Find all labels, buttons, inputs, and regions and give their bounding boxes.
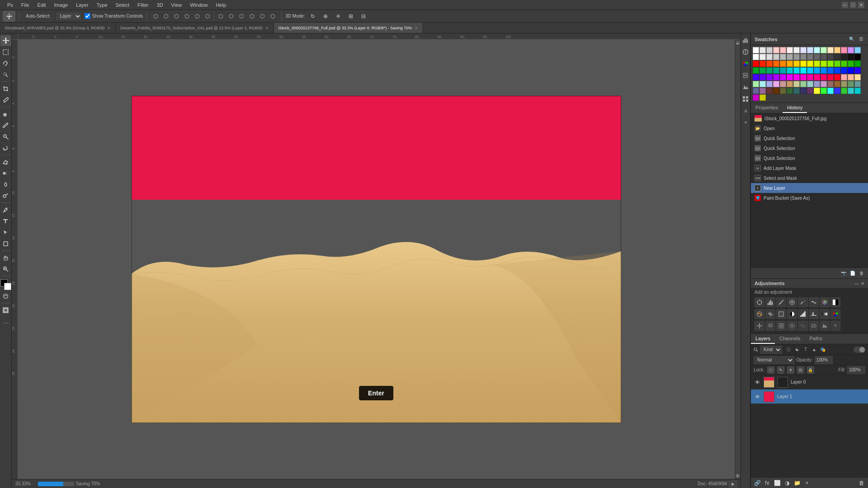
layers-kind-dropdown[interactable]: Kind: [760, 346, 782, 354]
menu-file[interactable]: File: [18, 1, 33, 9]
swatch[interactable]: [800, 54, 807, 60]
tab-close-istock[interactable]: ✕: [415, 26, 418, 30]
swatch[interactable]: [800, 81, 807, 87]
swatch[interactable]: [787, 67, 793, 74]
swatch[interactable]: [854, 88, 861, 94]
adj-close-icon[interactable]: ✕: [861, 281, 864, 286]
3d-roll[interactable]: ⊕: [321, 11, 330, 21]
filter-shape-icon[interactable]: ▲: [811, 346, 818, 353]
layer-mask-btn[interactable]: ⬜: [773, 479, 782, 487]
tool-path-select[interactable]: [0, 227, 11, 238]
history-item-open[interactable]: 📂 Open: [751, 123, 868, 133]
swatch[interactable]: [773, 88, 779, 94]
tool-quick-mask[interactable]: [0, 291, 11, 301]
background-color[interactable]: [4, 283, 11, 290]
fill-input[interactable]: 100%: [847, 366, 865, 374]
swatch[interactable]: [834, 61, 840, 67]
swatch[interactable]: [766, 81, 773, 87]
swatch[interactable]: [834, 88, 840, 94]
tool-dodge[interactable]: [0, 190, 11, 201]
adj-extra3[interactable]: [776, 321, 786, 331]
tab-layers[interactable]: Layers: [751, 334, 775, 344]
adj-gradient-map[interactable]: [820, 309, 830, 319]
swatch[interactable]: [821, 67, 827, 74]
adj-color-lookup[interactable]: [776, 309, 786, 319]
swatch[interactable]: [834, 47, 840, 53]
align-middle[interactable]: ⬡: [192, 11, 202, 21]
swatch[interactable]: [834, 81, 840, 87]
history-item-addmask[interactable]: M Add Layer Mask: [751, 163, 868, 173]
lock-artboard-icon[interactable]: ⊟: [797, 366, 804, 374]
swatch[interactable]: [753, 67, 759, 74]
3d-pan[interactable]: ✛: [333, 11, 343, 21]
swatch[interactable]: [780, 88, 786, 94]
swatch[interactable]: [793, 47, 800, 53]
swatch[interactable]: [760, 94, 766, 101]
history-item-file[interactable]: iStock_000020137766_Full.jpg: [751, 113, 868, 123]
swatch[interactable]: [780, 67, 786, 74]
swatch[interactable]: [773, 47, 779, 53]
tool-lasso[interactable]: [0, 58, 11, 69]
history-item-qs3[interactable]: QS Quick Selection: [751, 153, 868, 163]
swatch[interactable]: [807, 74, 813, 80]
tool-crop[interactable]: [0, 83, 11, 94]
swatch[interactable]: [834, 67, 840, 74]
swatch[interactable]: [760, 81, 766, 87]
menu-image[interactable]: Image: [51, 1, 72, 9]
swatch[interactable]: [793, 54, 800, 60]
swatch[interactable]: [800, 47, 807, 53]
swatch[interactable]: [841, 54, 847, 60]
swatch[interactable]: [807, 61, 813, 67]
adj-exposure[interactable]: [787, 297, 797, 307]
swatch[interactable]: [807, 81, 813, 87]
tab-properties[interactable]: Properties: [751, 103, 783, 113]
swatch[interactable]: [848, 47, 854, 53]
scroll-bar-right[interactable]: ▲ ▼: [734, 40, 741, 479]
swatch[interactable]: [760, 88, 766, 94]
swatch[interactable]: [854, 47, 861, 53]
swatch[interactable]: [753, 54, 759, 60]
layer-item-0[interactable]: 👁 Layer 0: [751, 375, 868, 389]
blend-mode-dropdown[interactable]: Normal Multiply Screen Overlay: [754, 356, 794, 364]
layer-filter-toggle[interactable]: [854, 347, 865, 353]
swatches-menu-icon[interactable]: ☰: [857, 36, 864, 43]
swatch[interactable]: [773, 81, 779, 87]
swatch[interactable]: [760, 47, 766, 53]
swatch[interactable]: [834, 74, 840, 80]
swatch[interactable]: [841, 81, 847, 87]
tool-move[interactable]: [0, 35, 11, 46]
swatch[interactable]: [787, 61, 793, 67]
swatch[interactable]: [807, 88, 813, 94]
history-item-qs1[interactable]: QS Quick Selection: [751, 133, 868, 143]
tool-history-brush[interactable]: [0, 142, 11, 153]
adj-levels[interactable]: [765, 297, 775, 307]
swatch[interactable]: [841, 67, 847, 74]
swatch[interactable]: [753, 94, 759, 101]
swatch[interactable]: [800, 74, 807, 80]
swatch[interactable]: [773, 67, 779, 74]
swatch[interactable]: [766, 88, 773, 94]
menu-3d[interactable]: 3D: [153, 1, 167, 9]
adj-invert[interactable]: [787, 309, 797, 319]
adj-posterize[interactable]: [798, 309, 808, 319]
swatch[interactable]: [753, 61, 759, 67]
swatch[interactable]: [766, 74, 773, 80]
layer-visibility-0[interactable]: 👁: [754, 379, 761, 386]
swatch[interactable]: [787, 81, 793, 87]
maximize-button[interactable]: □: [850, 2, 856, 8]
swatch[interactable]: [773, 54, 779, 60]
swatch[interactable]: [814, 61, 820, 67]
swatch[interactable]: [854, 81, 861, 87]
layer-item-1[interactable]: 👁 Layer 1: [751, 389, 868, 404]
lock-image-icon[interactable]: ✎: [777, 366, 784, 374]
layer-group-btn[interactable]: 📁: [793, 479, 802, 487]
swatch[interactable]: [780, 54, 786, 60]
swatch[interactable]: [760, 74, 766, 80]
swatch[interactable]: [760, 67, 766, 74]
distribute-top[interactable]: ⬡: [247, 11, 257, 21]
history-trash-btn[interactable]: 🗑: [858, 270, 865, 277]
swatch[interactable]: [800, 67, 807, 74]
swatch[interactable]: [793, 74, 800, 80]
layer-visibility-1[interactable]: 👁: [754, 393, 761, 400]
swatch[interactable]: [848, 74, 854, 80]
